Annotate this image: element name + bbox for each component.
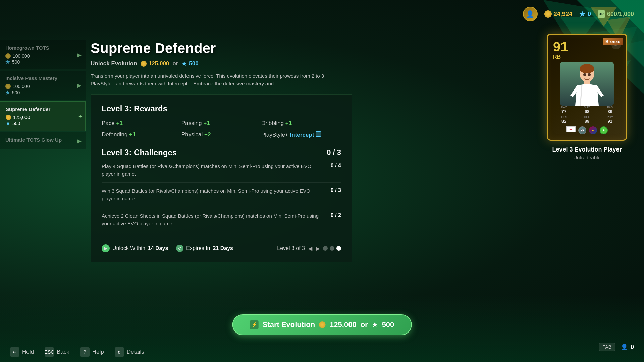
nav-back[interactable]: ESC Back — [45, 347, 69, 357]
online-count: 👤 0 — [621, 343, 634, 351]
evolution-title: Supreme Defender — [91, 40, 523, 56]
card-flags: ⚽ B ✦ — [553, 126, 621, 134]
bottom-nav: ↩ Hold ESC Back ? Help q Details TAB 👤 0 — [0, 347, 644, 357]
nav-help[interactable]: ? Help — [80, 347, 104, 357]
evo-badge-icon: ✦ — [600, 126, 608, 134]
level-navigation: Level 3 of 3 ◀ ▶ — [277, 245, 341, 252]
sidebar-pts-icon — [6, 121, 10, 126]
sidebar-pts-cost: 500 — [6, 121, 80, 126]
xp-balance: XP 600/1,000 — [598, 10, 634, 18]
england-flag-icon — [566, 126, 576, 132]
sidebar-arrow-icon: ▶ — [77, 137, 82, 145]
reward-physical: Physical +2 — [181, 131, 261, 138]
sidebar-item-cost: 100,000 500 — [5, 53, 80, 65]
level-dot-2 — [330, 246, 334, 251]
reward-passing: Passing +1 — [181, 120, 261, 127]
sidebar-item-title: Incisive Pass Mastery — [5, 75, 80, 81]
challenge-text: Play 4 Squad Battles (or Rivals/Champion… — [102, 163, 324, 178]
sidebar-coin-icon — [6, 115, 11, 120]
card-level-label: Level 3 Evolution Player — [552, 146, 622, 153]
coin-icon — [544, 10, 552, 18]
evolution-panel: Level 3: Rewards Pace +1 Passing +1 Drib… — [91, 94, 352, 262]
challenge-count: 0 / 3 — [331, 187, 341, 193]
online-icon: 👤 — [621, 343, 628, 351]
challenge-row-2: Win 3 Squad Battles (or Rivals/Champions… — [102, 187, 341, 207]
pts-balance: 0 — [579, 11, 591, 18]
sidebar-pts-icon — [5, 90, 10, 95]
card-untradeable-label: Untradeable — [573, 155, 601, 160]
main-content: Supreme Defender Unlock Evolution 125,00… — [91, 40, 523, 262]
help-icon: ? — [80, 347, 90, 357]
sidebar-item-incisive-pass[interactable]: Incisive Pass Mastery 100,000 500 ▶ — [0, 71, 86, 100]
coin-icon — [141, 61, 147, 67]
reward-playstyle: PlayStyle+ Intercept — [261, 131, 341, 138]
challenge-text: Win 3 Squad Battles (or Rivals/Champions… — [102, 187, 324, 202]
sidebar-pts-cost: 500 — [5, 59, 80, 65]
challenges-header: Level 3: Challenges 0 / 3 — [102, 148, 341, 157]
level-dots — [323, 246, 341, 251]
unlock-coin-cost: 125,000 — [141, 60, 169, 67]
unlock-within-icon: ▶ — [102, 244, 110, 252]
nav-hold[interactable]: ↩ Hold — [10, 347, 34, 357]
card-stats: PAC 77 SHO 68 PAS 86 DRI 82 DEF 89 PHY 9… — [553, 106, 621, 124]
unlock-cost-row: Unlock Evolution 125,000 or 500 — [91, 60, 523, 67]
level-dot-1 — [323, 246, 328, 251]
sidebar-pts-icon — [5, 60, 10, 64]
unlock-pts-cost: 500 — [181, 60, 198, 67]
coin-balance: 24,924 — [544, 10, 572, 18]
sidebar-coin-cost: 100,000 — [5, 84, 80, 89]
sidebar-coin-icon — [5, 84, 11, 89]
top-hud: 👤 24,924 0 XP 600/1,000 — [523, 7, 634, 21]
reward-pace: Pace +1 — [102, 120, 181, 127]
start-evolution-button[interactable]: ⚡ Start Evolution 125,000 or 500 — [232, 314, 412, 335]
pts-icon — [579, 11, 586, 17]
sidebar-item-ultimate-tots[interactable]: Ultimate TOTS Glow Up ▶ — [0, 132, 86, 149]
sidebar-coin-icon — [5, 53, 11, 59]
card-stat-def: DEF 89 — [576, 115, 598, 124]
bronze-badge: Bronze — [603, 38, 623, 45]
card-position: RB — [553, 54, 568, 60]
sidebar-item-title: Ultimate TOTS Glow Up — [5, 137, 80, 143]
details-icon: q — [115, 347, 124, 357]
active-indicator-icon: ✦ — [78, 113, 83, 119]
level-label: Level 3 of 3 — [277, 245, 305, 251]
sidebar-item-cost: 100,000 500 — [5, 84, 80, 95]
sidebar-arrow-icon: ▶ — [77, 82, 82, 89]
unlock-within: ▶ Unlock Within 14 Days — [102, 244, 168, 252]
unlock-label: Unlock Evolution — [91, 60, 137, 67]
sidebar: Homegrown TOTS 100,000 500 ▶ Incisive Pa… — [0, 40, 86, 151]
card-stat-pac: PAC 77 — [553, 106, 575, 114]
sidebar-item-title: Homegrown TOTS — [5, 45, 80, 51]
club-logo-icon: ⚽ — [578, 126, 586, 134]
level-dot-3 — [336, 246, 341, 251]
sidebar-item-supreme-defender[interactable]: Supreme Defender 125,000 500 ✦ — [0, 101, 86, 131]
svg-point-14 — [583, 73, 586, 76]
sidebar-coin-cost: 100,000 — [5, 53, 80, 59]
playstyle-diamond-icon — [316, 131, 321, 137]
card-stat-dri: DRI 82 — [553, 115, 575, 124]
nav-details[interactable]: q Details — [115, 347, 144, 357]
svg-point-15 — [588, 73, 591, 76]
nav-prev-icon[interactable]: ◀ — [308, 245, 312, 252]
start-evo-pts-icon — [372, 322, 378, 328]
bottom-right-nav: TAB 👤 0 — [599, 343, 634, 351]
barca-logo-icon: B — [589, 126, 597, 134]
challenge-text: Achieve 2 Clean Sheets in Squad Battles … — [102, 212, 324, 227]
player-card: 91 RB ✏ — [547, 34, 627, 141]
back-icon: ESC — [45, 347, 54, 357]
card-stat-pas: PAS 86 — [599, 106, 621, 114]
tab-button[interactable]: TAB — [599, 343, 615, 351]
hold-icon: ↩ — [10, 347, 19, 357]
challenges-title: Level 3: Challenges — [102, 148, 177, 157]
sidebar-item-homegrown-tots[interactable]: Homegrown TOTS 100,000 500 ▶ — [0, 40, 86, 69]
player-avatar: 👤 — [523, 7, 538, 21]
sidebar-item-title: Supreme Defender — [6, 106, 80, 112]
card-stat-phy: PHY 91 — [599, 115, 621, 124]
expires-icon: ⏱ — [176, 245, 183, 252]
sidebar-pts-cost: 500 — [5, 90, 80, 95]
reward-defending: Defending +1 — [102, 131, 181, 138]
card-rating: 91 — [553, 40, 568, 53]
nav-next-icon[interactable]: ▶ — [316, 245, 320, 252]
challenge-row-3: Achieve 2 Clean Sheets in Squad Battles … — [102, 212, 341, 232]
panel-footer: ▶ Unlock Within 14 Days ⏱ Expires In 21 … — [102, 239, 341, 252]
